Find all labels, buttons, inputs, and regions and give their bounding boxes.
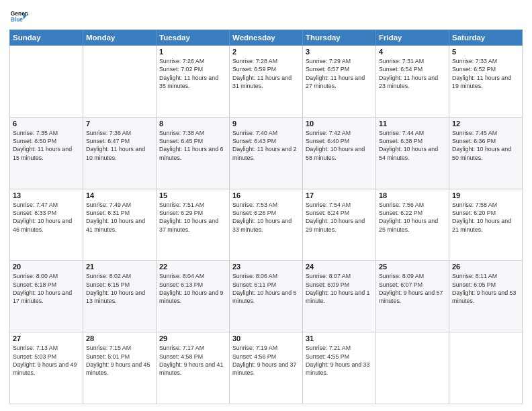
day-number: 26 — [452, 263, 519, 271]
day-number: 25 — [379, 263, 446, 271]
weekday-header-row: SundayMondayTuesdayWednesdayThursdayFrid… — [10, 30, 523, 46]
day-content: Sunrise: 7:40 AM Sunset: 6:43 PM Dayligh… — [232, 129, 300, 162]
day-number: 19 — [452, 191, 519, 199]
day-number: 31 — [306, 334, 373, 342]
day-content: Sunrise: 7:35 AM Sunset: 6:50 PM Dayligh… — [13, 129, 80, 162]
day-content: Sunrise: 7:51 AM Sunset: 6:29 PM Dayligh… — [159, 201, 226, 234]
calendar-week-4: 20Sunrise: 8:00 AM Sunset: 6:18 PM Dayli… — [10, 261, 523, 332]
calendar-cell: 4Sunrise: 7:31 AM Sunset: 6:54 PM Daylig… — [376, 46, 449, 118]
calendar-cell: 29Sunrise: 7:17 AM Sunset: 4:58 PM Dayli… — [157, 332, 230, 404]
weekday-saturday: Saturday — [449, 30, 523, 46]
calendar-cell: 13Sunrise: 7:47 AM Sunset: 6:33 PM Dayli… — [10, 189, 83, 261]
calendar-cell: 20Sunrise: 8:00 AM Sunset: 6:18 PM Dayli… — [10, 261, 83, 332]
day-content: Sunrise: 8:07 AM Sunset: 6:09 PM Dayligh… — [306, 272, 373, 305]
day-content: Sunrise: 7:28 AM Sunset: 6:59 PM Dayligh… — [232, 57, 300, 90]
header: General Blue — [9, 7, 523, 26]
calendar-cell: 26Sunrise: 8:11 AM Sunset: 6:05 PM Dayli… — [449, 261, 523, 332]
day-number: 9 — [232, 120, 300, 128]
day-number: 16 — [232, 191, 300, 199]
day-content: Sunrise: 7:36 AM Sunset: 6:47 PM Dayligh… — [86, 129, 153, 162]
calendar-cell: 22Sunrise: 8:04 AM Sunset: 6:13 PM Dayli… — [157, 261, 230, 332]
day-number: 3 — [306, 48, 373, 56]
calendar-cell: 28Sunrise: 7:15 AM Sunset: 5:01 PM Dayli… — [83, 332, 157, 404]
weekday-tuesday: Tuesday — [157, 30, 230, 46]
calendar-cell: 24Sunrise: 8:07 AM Sunset: 6:09 PM Dayli… — [303, 261, 376, 332]
day-number: 13 — [13, 191, 80, 199]
calendar-cell: 9Sunrise: 7:40 AM Sunset: 6:43 PM Daylig… — [230, 117, 303, 189]
day-content: Sunrise: 7:56 AM Sunset: 6:22 PM Dayligh… — [379, 201, 446, 234]
weekday-sunday: Sunday — [10, 30, 83, 46]
day-content: Sunrise: 7:54 AM Sunset: 6:24 PM Dayligh… — [306, 201, 373, 234]
calendar-week-2: 6Sunrise: 7:35 AM Sunset: 6:50 PM Daylig… — [10, 117, 523, 189]
day-content: Sunrise: 7:38 AM Sunset: 6:45 PM Dayligh… — [159, 129, 226, 162]
day-number: 29 — [159, 334, 226, 342]
day-content: Sunrise: 7:42 AM Sunset: 6:40 PM Dayligh… — [306, 129, 373, 162]
calendar-cell: 12Sunrise: 7:45 AM Sunset: 6:36 PM Dayli… — [449, 117, 523, 189]
logo-icon: General Blue — [9, 7, 28, 26]
day-number: 30 — [232, 334, 300, 342]
day-content: Sunrise: 7:13 AM Sunset: 5:03 PM Dayligh… — [13, 344, 80, 377]
day-number: 15 — [159, 191, 226, 199]
day-content: Sunrise: 8:09 AM Sunset: 6:07 PM Dayligh… — [379, 272, 446, 305]
day-content: Sunrise: 8:11 AM Sunset: 6:05 PM Dayligh… — [452, 272, 519, 305]
day-number: 4 — [379, 48, 446, 56]
day-content: Sunrise: 7:45 AM Sunset: 6:36 PM Dayligh… — [452, 129, 519, 162]
day-content: Sunrise: 7:58 AM Sunset: 6:20 PM Dayligh… — [452, 201, 519, 234]
calendar-cell: 3Sunrise: 7:29 AM Sunset: 6:57 PM Daylig… — [303, 46, 376, 118]
calendar-cell: 31Sunrise: 7:21 AM Sunset: 4:55 PM Dayli… — [303, 332, 376, 404]
day-content: Sunrise: 7:26 AM Sunset: 7:02 PM Dayligh… — [159, 57, 226, 90]
calendar-cell: 19Sunrise: 7:58 AM Sunset: 6:20 PM Dayli… — [449, 189, 523, 261]
day-number: 17 — [306, 191, 373, 199]
svg-text:Blue: Blue — [11, 16, 23, 23]
calendar-cell: 16Sunrise: 7:53 AM Sunset: 6:26 PM Dayli… — [230, 189, 303, 261]
calendar-cell: 25Sunrise: 8:09 AM Sunset: 6:07 PM Dayli… — [376, 261, 449, 332]
day-content: Sunrise: 7:44 AM Sunset: 6:38 PM Dayligh… — [379, 129, 446, 162]
calendar-cell: 18Sunrise: 7:56 AM Sunset: 6:22 PM Dayli… — [376, 189, 449, 261]
calendar-cell: 27Sunrise: 7:13 AM Sunset: 5:03 PM Dayli… — [10, 332, 83, 404]
day-content: Sunrise: 7:33 AM Sunset: 6:52 PM Dayligh… — [452, 57, 519, 90]
calendar-cell: 14Sunrise: 7:49 AM Sunset: 6:31 PM Dayli… — [83, 189, 157, 261]
day-number: 22 — [159, 263, 226, 271]
day-number: 8 — [159, 120, 226, 128]
page: General Blue SundayMondayTuesdayWednesda… — [0, 0, 532, 411]
calendar-cell: 1Sunrise: 7:26 AM Sunset: 7:02 PM Daylig… — [157, 46, 230, 118]
day-number: 27 — [13, 334, 80, 342]
calendar-cell: 17Sunrise: 7:54 AM Sunset: 6:24 PM Dayli… — [303, 189, 376, 261]
calendar-cell: 30Sunrise: 7:19 AM Sunset: 4:56 PM Dayli… — [230, 332, 303, 404]
day-number: 12 — [452, 120, 519, 128]
day-content: Sunrise: 7:47 AM Sunset: 6:33 PM Dayligh… — [13, 201, 80, 234]
weekday-thursday: Thursday — [303, 30, 376, 46]
day-content: Sunrise: 7:29 AM Sunset: 6:57 PM Dayligh… — [306, 57, 373, 90]
weekday-wednesday: Wednesday — [230, 30, 303, 46]
calendar-week-1: 1Sunrise: 7:26 AM Sunset: 7:02 PM Daylig… — [10, 46, 523, 118]
day-number: 21 — [86, 263, 153, 271]
calendar-table: SundayMondayTuesdayWednesdayThursdayFrid… — [9, 30, 523, 404]
day-number: 18 — [379, 191, 446, 199]
calendar-cell: 15Sunrise: 7:51 AM Sunset: 6:29 PM Dayli… — [157, 189, 230, 261]
day-content: Sunrise: 8:00 AM Sunset: 6:18 PM Dayligh… — [13, 272, 80, 305]
day-content: Sunrise: 8:06 AM Sunset: 6:11 PM Dayligh… — [232, 272, 300, 305]
logo: General Blue — [9, 7, 28, 26]
weekday-monday: Monday — [83, 30, 157, 46]
weekday-friday: Friday — [376, 30, 449, 46]
calendar-cell: 11Sunrise: 7:44 AM Sunset: 6:38 PM Dayli… — [376, 117, 449, 189]
calendar-cell — [376, 332, 449, 404]
calendar-week-3: 13Sunrise: 7:47 AM Sunset: 6:33 PM Dayli… — [10, 189, 523, 261]
day-number: 5 — [452, 48, 519, 56]
day-number: 23 — [232, 263, 300, 271]
day-number: 7 — [86, 120, 153, 128]
calendar-cell: 6Sunrise: 7:35 AM Sunset: 6:50 PM Daylig… — [10, 117, 83, 189]
day-content: Sunrise: 7:31 AM Sunset: 6:54 PM Dayligh… — [379, 57, 446, 90]
day-number: 14 — [86, 191, 153, 199]
calendar-cell — [83, 46, 157, 118]
day-number: 28 — [86, 334, 153, 342]
day-content: Sunrise: 7:49 AM Sunset: 6:31 PM Dayligh… — [86, 201, 153, 234]
calendar-cell: 2Sunrise: 7:28 AM Sunset: 6:59 PM Daylig… — [230, 46, 303, 118]
day-content: Sunrise: 7:17 AM Sunset: 4:58 PM Dayligh… — [159, 344, 226, 377]
calendar-cell: 21Sunrise: 8:02 AM Sunset: 6:15 PM Dayli… — [83, 261, 157, 332]
day-number: 1 — [159, 48, 226, 56]
calendar-cell: 7Sunrise: 7:36 AM Sunset: 6:47 PM Daylig… — [83, 117, 157, 189]
day-number: 20 — [13, 263, 80, 271]
day-content: Sunrise: 7:53 AM Sunset: 6:26 PM Dayligh… — [232, 201, 300, 234]
day-content: Sunrise: 7:15 AM Sunset: 5:01 PM Dayligh… — [86, 344, 153, 377]
